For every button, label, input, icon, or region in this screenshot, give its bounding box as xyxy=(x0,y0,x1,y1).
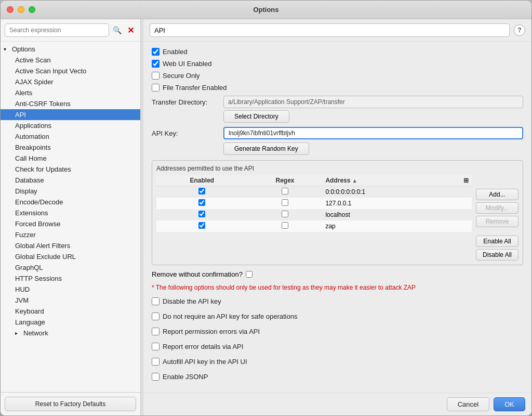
report-permission-label[interactable]: Report permission errors via API xyxy=(163,328,260,335)
title-bar: Options xyxy=(1,1,531,19)
autofill-api-key-label[interactable]: Autofill API key in the API UI xyxy=(163,358,247,366)
row3-regex-cell xyxy=(248,209,323,220)
remove-confirm-label: Remove without confirmation? xyxy=(152,270,243,278)
row2-action-cell xyxy=(460,198,472,209)
maximize-button[interactable] xyxy=(29,6,35,13)
generate-random-key-button[interactable]: Generate Random Key xyxy=(223,142,309,155)
enable-jsonp-label[interactable]: Enable JSONP xyxy=(163,373,208,381)
sidebar-item-network[interactable]: ▸ Network xyxy=(1,328,140,339)
sidebar-item-global-alert[interactable]: Global Alert Filters xyxy=(1,240,140,251)
sidebar-item-alerts[interactable]: Alerts xyxy=(1,87,140,98)
addresses-table-left: Enabled Regex Address ▲ ⊞ xyxy=(156,175,472,261)
sidebar-footer: Reset to Factory Defaults xyxy=(1,392,140,415)
search-button[interactable]: 🔍 xyxy=(111,24,123,36)
help-icon[interactable]: ? xyxy=(514,24,525,36)
addresses-table: Enabled Regex Address ▲ ⊞ xyxy=(156,175,472,232)
row1-regex-cell xyxy=(248,186,323,198)
enable-jsonp-row: Enable JSONP xyxy=(152,373,523,381)
api-key-input[interactable] xyxy=(223,127,523,139)
sidebar-item-encode-decode[interactable]: Encode/Decode xyxy=(1,197,140,207)
panel-title-input[interactable] xyxy=(150,23,510,37)
file-transfer-checkbox[interactable] xyxy=(152,84,159,92)
report-error-checkbox[interactable] xyxy=(152,343,159,350)
close-button[interactable] xyxy=(7,6,14,13)
sidebar-item-active-scan[interactable]: Active Scan xyxy=(1,55,140,66)
row3-enabled-checkbox[interactable] xyxy=(198,211,205,217)
disable-api-key-label[interactable]: Disable the API key xyxy=(163,297,221,305)
enable-all-button[interactable]: Enable All xyxy=(476,236,518,247)
sidebar-item-api[interactable]: API xyxy=(1,109,140,120)
search-input[interactable] xyxy=(5,23,109,37)
sidebar-item-database[interactable]: Database xyxy=(1,175,140,186)
sidebar-item-global-exclude[interactable]: Global Exclude URL xyxy=(1,251,140,262)
web-ui-enabled-label[interactable]: Web UI Enabled xyxy=(163,60,211,68)
enable-jsonp-checkbox[interactable] xyxy=(152,373,159,381)
file-transfer-label[interactable]: File Transfer Enabled xyxy=(163,84,227,92)
ok-button[interactable]: OK xyxy=(494,397,525,411)
sidebar-item-extensions[interactable]: Extensions xyxy=(1,207,140,218)
modify-address-button[interactable]: Modify... xyxy=(476,202,518,214)
row3-regex-checkbox[interactable] xyxy=(282,211,288,217)
table-row: localhost xyxy=(156,209,472,220)
transfer-directory-input[interactable] xyxy=(223,96,523,108)
secure-only-checkbox[interactable] xyxy=(152,72,159,80)
row2-enabled-checkbox[interactable] xyxy=(198,199,205,206)
sidebar-item-ajax-spider[interactable]: AJAX Spider xyxy=(1,76,140,87)
row1-enabled-checkbox[interactable] xyxy=(198,188,205,194)
cancel-button[interactable]: Cancel xyxy=(447,397,489,411)
disable-api-key-checkbox[interactable] xyxy=(152,297,159,305)
window-title: Options xyxy=(253,6,278,14)
sidebar-item-language[interactable]: Language xyxy=(1,317,140,328)
sidebar-item-display[interactable]: Display xyxy=(1,186,140,197)
add-address-button[interactable]: Add... xyxy=(476,189,518,200)
disable-all-button[interactable]: Disable All xyxy=(476,249,518,261)
addresses-group-title: Addresses permitted to use the API xyxy=(156,165,518,172)
row3-enabled-cell xyxy=(156,209,248,220)
row2-enabled-cell xyxy=(156,198,248,209)
row4-regex-checkbox[interactable] xyxy=(282,222,288,229)
remove-address-button[interactable]: Remove xyxy=(476,216,518,227)
enabled-label[interactable]: Enabled xyxy=(163,48,188,56)
web-ui-enabled-checkbox[interactable] xyxy=(152,60,159,68)
tree-root-options[interactable]: ▾ Options xyxy=(1,44,140,55)
select-directory-button[interactable]: Select Directory xyxy=(223,110,289,123)
sidebar-item-anti-csrf[interactable]: Anti-CSRF Tokens xyxy=(1,98,140,109)
sidebar-item-http-sessions[interactable]: HTTP Sessions xyxy=(1,273,140,284)
sidebar-item-forced-browse[interactable]: Forced Browse xyxy=(1,218,140,229)
api-key-label: API Key: xyxy=(152,129,219,137)
sidebar-item-call-home[interactable]: Call Home xyxy=(1,153,140,164)
reset-factory-defaults-button[interactable]: Reset to Factory Defaults xyxy=(5,397,136,411)
minimize-button[interactable] xyxy=(18,6,24,13)
row1-regex-checkbox[interactable] xyxy=(282,188,288,194)
sidebar-item-check-updates[interactable]: Check for Updates xyxy=(1,164,140,175)
sidebar-item-graphql[interactable]: GraphQL xyxy=(1,262,140,273)
sidebar-item-keyboard[interactable]: Keyboard xyxy=(1,306,140,317)
sidebar-item-applications[interactable]: Applications xyxy=(1,120,140,131)
table-action-buttons: Add... Modify... Remove Enable All Disab… xyxy=(476,175,518,261)
report-permission-row: Report permission errors via API xyxy=(152,328,523,335)
sidebar-item-active-scan-input[interactable]: Active Scan Input Vecto xyxy=(1,66,140,76)
row3-address-cell: localhost xyxy=(322,209,460,220)
table-menu-icon[interactable]: ⊞ xyxy=(463,177,469,184)
secure-only-checkbox-row: Secure Only xyxy=(152,72,523,80)
col-address[interactable]: Address ▲ xyxy=(322,175,460,186)
sidebar-item-jvm[interactable]: JVM xyxy=(1,295,140,306)
row2-regex-checkbox[interactable] xyxy=(282,199,288,206)
sidebar-item-breakpoints[interactable]: Breakpoints xyxy=(1,142,140,153)
row4-enabled-checkbox[interactable] xyxy=(198,222,205,229)
no-api-key-safe-label[interactable]: Do not require an API key for safe opera… xyxy=(163,313,297,320)
sidebar-item-fuzzer[interactable]: Fuzzer xyxy=(1,229,140,240)
search-clear-button[interactable]: ✕ xyxy=(125,24,136,36)
autofill-api-key-checkbox[interactable] xyxy=(152,358,159,366)
remove-confirm-checkbox[interactable] xyxy=(246,271,252,278)
report-error-label[interactable]: Report error details via API xyxy=(163,343,243,350)
report-permission-checkbox[interactable] xyxy=(152,328,159,335)
secure-only-label[interactable]: Secure Only xyxy=(163,72,200,80)
report-error-row: Report error details via API xyxy=(152,343,523,350)
sidebar-item-hud[interactable]: HUD xyxy=(1,284,140,295)
no-api-key-safe-checkbox[interactable] xyxy=(152,313,159,320)
sidebar-item-automation[interactable]: Automation xyxy=(1,131,140,142)
content-body: Enabled Web UI Enabled Secure Only File … xyxy=(143,42,531,393)
enabled-checkbox[interactable] xyxy=(152,48,159,56)
transfer-directory-section: Transfer Directory: Select Directory xyxy=(152,96,523,123)
